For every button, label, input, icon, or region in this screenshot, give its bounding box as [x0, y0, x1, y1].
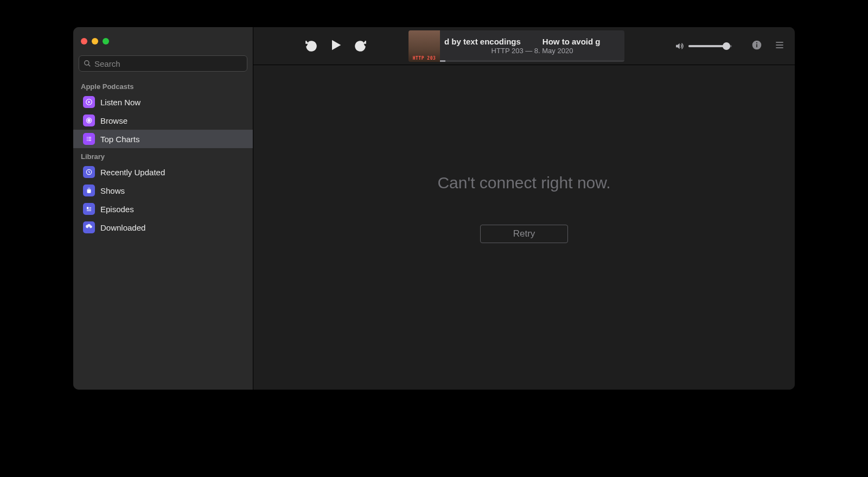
window-minimize-button[interactable] [92, 38, 98, 44]
volume-slider[interactable] [688, 45, 732, 47]
sidebar-item-downloaded[interactable]: Downloaded [73, 218, 253, 237]
search-field[interactable] [79, 55, 247, 72]
svg-rect-27 [776, 47, 783, 48]
window-close-button[interactable] [81, 38, 87, 44]
skip-back-button[interactable]: 15 [304, 39, 318, 53]
listen-now-icon [83, 96, 95, 108]
sidebar-item-browse[interactable]: Browse [73, 111, 253, 130]
sidebar-item-label: Episodes [100, 205, 134, 214]
svg-rect-23 [756, 44, 757, 47]
app-window: Apple Podcasts Listen Now Browse Top Cha… [73, 27, 795, 390]
svg-rect-20 [87, 211, 91, 211]
sidebar-item-label: Recently Updated [100, 168, 165, 177]
window-maximize-button[interactable] [103, 38, 109, 44]
volume-thumb[interactable] [723, 42, 730, 50]
svg-rect-10 [88, 137, 91, 138]
svg-marker-21 [332, 40, 341, 50]
now-playing-artwork: HTTP 203 [409, 30, 440, 62]
sidebar: Apple Podcasts Listen Now Browse Top Cha… [73, 27, 253, 390]
volume-control[interactable] [674, 41, 732, 51]
skip-fwd-amount: 30 [358, 43, 363, 49]
top-charts-icon [83, 133, 95, 145]
shows-icon [83, 185, 95, 196]
search-icon [84, 60, 91, 67]
svg-rect-25 [776, 42, 783, 43]
clock-icon [83, 166, 95, 178]
browse-icon [83, 115, 95, 126]
toolbar: 15 30 HTTP 203 d by text encodings H [253, 27, 795, 65]
svg-rect-7 [87, 137, 88, 138]
content-area: Can't connect right now. Retry [253, 65, 795, 390]
sidebar-section-apple-podcasts: Apple Podcasts [73, 78, 253, 93]
sidebar-item-recently-updated[interactable]: Recently Updated [73, 163, 253, 181]
progress-bar[interactable] [440, 60, 624, 62]
playback-controls: 15 30 [304, 37, 367, 55]
svg-rect-19 [87, 209, 91, 210]
svg-rect-9 [87, 140, 88, 141]
svg-rect-17 [90, 207, 92, 208]
episodes-icon [83, 203, 95, 215]
svg-rect-18 [90, 208, 92, 209]
play-button[interactable] [328, 37, 343, 55]
now-playing-title-part2: How to avoid g [542, 37, 601, 46]
now-playing-lcd[interactable]: HTTP 203 d by text encodings How to avoi… [409, 30, 624, 62]
skip-forward-button[interactable]: 30 [353, 39, 367, 53]
info-button[interactable] [751, 40, 762, 53]
svg-marker-3 [88, 101, 91, 104]
sidebar-section-library: Library [73, 148, 253, 163]
now-playing-title-part1: d by text encodings [444, 37, 521, 46]
svg-rect-12 [88, 140, 91, 141]
download-icon [83, 221, 95, 233]
artwork-label: HTTP 203 [409, 56, 440, 61]
svg-rect-11 [88, 138, 91, 139]
main-area: 15 30 HTTP 203 d by text encodings H [253, 27, 795, 390]
sidebar-item-episodes[interactable]: Episodes [73, 200, 253, 218]
svg-point-6 [88, 120, 90, 121]
svg-point-0 [85, 61, 89, 65]
queue-button[interactable] [774, 40, 785, 53]
now-playing-subtitle: HTTP 203 — 8. May 2020 [444, 47, 620, 55]
sidebar-item-listen-now[interactable]: Listen Now [73, 93, 253, 111]
sidebar-item-label: Top Charts [100, 135, 140, 144]
window-controls [73, 35, 253, 55]
sidebar-item-label: Downloaded [100, 223, 145, 232]
svg-line-1 [88, 65, 91, 67]
svg-rect-15 [88, 188, 91, 188]
svg-rect-16 [87, 207, 89, 209]
svg-rect-8 [87, 138, 88, 139]
sidebar-item-label: Browse [100, 116, 127, 125]
svg-rect-14 [87, 189, 91, 193]
progress-fill [440, 60, 445, 62]
svg-rect-26 [776, 44, 783, 46]
sidebar-item-label: Listen Now [100, 98, 141, 107]
error-message: Can't connect right now. [437, 174, 610, 192]
sidebar-item-label: Shows [100, 186, 125, 195]
volume-icon [674, 41, 684, 51]
skip-back-amount: 15 [309, 43, 314, 49]
retry-button[interactable]: Retry [480, 225, 569, 243]
search-input[interactable] [94, 59, 242, 68]
sidebar-item-shows[interactable]: Shows [73, 181, 253, 200]
sidebar-item-top-charts[interactable]: Top Charts [73, 130, 253, 148]
svg-point-24 [756, 42, 757, 43]
